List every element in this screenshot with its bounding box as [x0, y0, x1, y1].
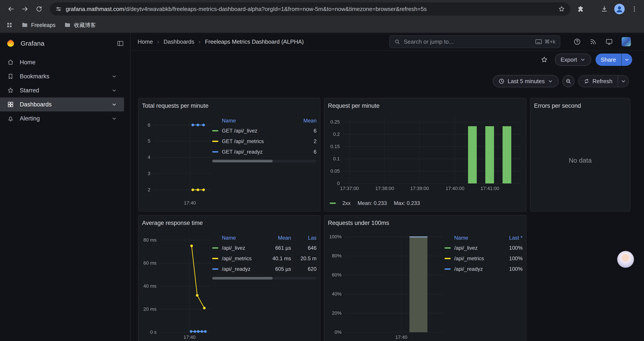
- svg-text:17:40:00: 17:40:00: [446, 186, 464, 191]
- keyboard-icon: [535, 39, 542, 44]
- series-swatch: [444, 258, 451, 259]
- sidebar-item-starred[interactable]: Starred: [0, 83, 124, 97]
- legend-header-name[interactable]: Name: [222, 118, 297, 124]
- legend-header-mean[interactable]: Mean: [297, 118, 316, 124]
- favorite-dashboard-button[interactable]: [538, 54, 550, 66]
- legend-row[interactable]: /api/_metrics 40.1 ms 20.5 m: [212, 253, 316, 264]
- folder-icon: [22, 22, 28, 28]
- legend-header-last[interactable]: Last *: [499, 235, 522, 241]
- legend-table: Name Mean Las /api/_livez 661 µs 646: [212, 229, 316, 341]
- sidebar-item-label: Home: [20, 59, 36, 66]
- browser-profile-avatar[interactable]: [614, 4, 625, 14]
- legend-row[interactable]: /api/_readyz 605 µs 620: [212, 264, 316, 274]
- legend-header-last[interactable]: Las: [291, 235, 316, 241]
- svg-text:80%: 80%: [332, 253, 342, 258]
- help-icon[interactable]: [574, 38, 581, 46]
- grafana-logo[interactable]: [6, 39, 16, 48]
- refresh-button[interactable]: Refresh: [578, 76, 618, 87]
- share-button[interactable]: Share: [596, 54, 621, 66]
- sidebar: Grafana Home Bookmarks Starred: [0, 33, 131, 341]
- chevron-down-icon[interactable]: [111, 102, 117, 107]
- series-swatch: [212, 268, 218, 270]
- svg-text:40 ms: 40 ms: [143, 283, 156, 289]
- zoom-out-button[interactable]: [562, 75, 574, 87]
- sidebar-item-home[interactable]: Home: [0, 55, 124, 69]
- panel-title[interactable]: Errors per second: [534, 101, 626, 112]
- bookmarks-bar: Freeleaps 收藏博客: [0, 18, 644, 33]
- panel-title[interactable]: Total requests per minute: [142, 101, 316, 112]
- svg-text:2: 2: [148, 187, 150, 192]
- scrollbar-thumb[interactable]: [212, 160, 273, 162]
- browser-menu-icon[interactable]: [631, 6, 638, 13]
- panel-average-response-time: Average response time 80 ms60 ms40 ms20 …: [138, 215, 320, 341]
- legend-row[interactable]: /api/_metrics 100%: [444, 253, 522, 264]
- legend-row[interactable]: GET /api/_livez 6: [212, 126, 316, 136]
- sidebar-item-bookmarks[interactable]: Bookmarks: [0, 69, 124, 83]
- time-range-picker[interactable]: Last 5 minutes: [493, 75, 559, 87]
- site-settings-icon[interactable]: [55, 6, 62, 12]
- svg-text:17:40: 17:40: [184, 334, 196, 340]
- legend-line: 2xx Mean: 0.233 Max: 0.233: [328, 200, 522, 206]
- chevron-down-icon[interactable]: [111, 74, 117, 79]
- extensions-icon[interactable]: [576, 5, 584, 13]
- svg-text:40%: 40%: [332, 291, 342, 297]
- bookmark-folder-blogs[interactable]: 收藏博客: [64, 22, 96, 29]
- svg-text:80 ms: 80 ms: [143, 237, 156, 243]
- search-field[interactable]: [404, 38, 532, 45]
- chart-average-response-time[interactable]: 80 ms60 ms40 ms20 ms0 s17:40: [142, 229, 212, 341]
- legend-row[interactable]: GET /api/_metrics 2: [212, 136, 316, 147]
- chart-requests-under-100ms[interactable]: 100%80%60%40%20%0%17:40: [328, 229, 444, 341]
- bookmark-folder-freeleaps[interactable]: Freeleaps: [22, 22, 56, 28]
- refresh-interval-button[interactable]: [618, 76, 629, 87]
- legend-header-mean[interactable]: Mean: [264, 235, 291, 241]
- svg-text:20%: 20%: [332, 310, 342, 316]
- display-icon[interactable]: [606, 38, 613, 46]
- legend-header-name[interactable]: Name: [454, 235, 499, 241]
- export-button[interactable]: Export: [555, 54, 591, 66]
- chart-request-per-minute[interactable]: 0.250.20.150.10.05017:37:0017:38:0017:39…: [328, 112, 522, 199]
- sidebar-item-alerting[interactable]: Alerting: [0, 112, 124, 126]
- back-button[interactable]: [4, 3, 18, 16]
- scrollbar-thumb[interactable]: [212, 277, 273, 279]
- chevron-down-icon[interactable]: [111, 88, 117, 93]
- user-avatar[interactable]: [622, 37, 631, 46]
- reload-button[interactable]: [32, 3, 46, 16]
- legend-row[interactable]: GET /api/_readyz 6: [212, 147, 316, 157]
- grafana-topbar: Home › Dashboards › Freeleaps Metrics Da…: [131, 33, 644, 51]
- legend-series-2xx[interactable]: 2xx: [330, 200, 350, 206]
- dock-menu-button[interactable]: [116, 40, 124, 47]
- search-input[interactable]: ⌘+k: [389, 35, 560, 48]
- downloads-icon[interactable]: [600, 5, 608, 13]
- legend-scrollbar[interactable]: [212, 160, 316, 162]
- bookmark-star-icon[interactable]: [558, 6, 565, 13]
- legend-header-name[interactable]: Name: [222, 235, 264, 241]
- apps-grid-icon[interactable]: [6, 22, 13, 28]
- star-icon: [540, 56, 548, 63]
- legend-scrollbar[interactable]: [212, 277, 316, 279]
- forward-button[interactable]: [18, 3, 32, 16]
- chevron-down-icon[interactable]: [111, 116, 117, 121]
- legend-row[interactable]: /api/_livez 661 µs 646: [212, 243, 316, 253]
- toolbar-icons: [575, 4, 640, 14]
- legend-row[interactable]: /api/_readyz 100%: [444, 264, 522, 274]
- chart-total-requests[interactable]: 6543217:40: [142, 112, 212, 209]
- svg-text:17:41:00: 17:41:00: [480, 186, 499, 191]
- url-bar[interactable]: grafana.mathmast.com/d/deytv4rwavabkb/fr…: [50, 3, 570, 16]
- panel-title[interactable]: Request per minute: [328, 101, 522, 112]
- breadcrumb-dashboards[interactable]: Dashboards: [164, 38, 194, 45]
- dashboards-grid-icon: [7, 101, 14, 108]
- panel-title[interactable]: Average response time: [142, 218, 316, 229]
- news-rss-icon[interactable]: [590, 38, 597, 45]
- share-menu-button[interactable]: [621, 54, 632, 66]
- legend-row[interactable]: /api/_livez 100%: [444, 243, 522, 253]
- panel-title[interactable]: Requests under 100ms: [328, 218, 522, 229]
- browser-toolbar: grafana.mathmast.com/d/deytv4rwavabkb/fr…: [0, 0, 644, 18]
- legend-mean: Mean: 0.233: [358, 200, 387, 206]
- svg-text:17:39:00: 17:39:00: [410, 186, 429, 191]
- breadcrumb-home[interactable]: Home: [138, 38, 153, 45]
- url-text[interactable]: grafana.mathmast.com/d/deytv4rwavabkb/fr…: [66, 6, 554, 13]
- assistant-avatar-widget[interactable]: [617, 251, 634, 268]
- sidebar-item-dashboards[interactable]: Dashboards: [0, 97, 124, 112]
- reload-icon: [36, 6, 42, 13]
- svg-text:60 ms: 60 ms: [143, 260, 156, 266]
